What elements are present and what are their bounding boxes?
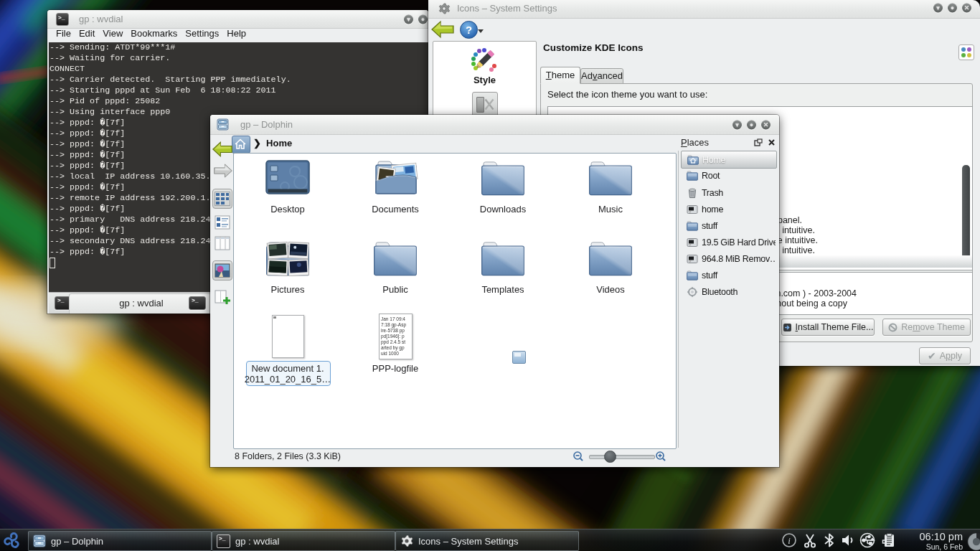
svg-text:i: i bbox=[788, 535, 791, 546]
